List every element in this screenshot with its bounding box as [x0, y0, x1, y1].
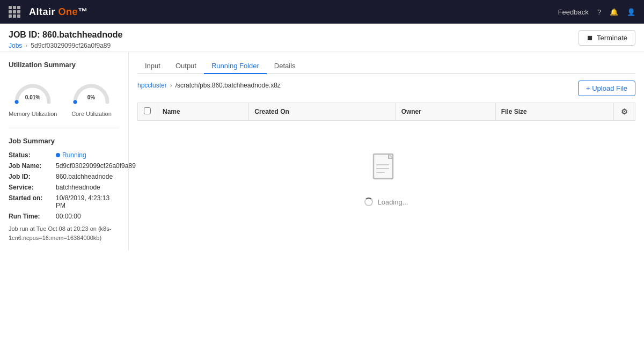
user-icon[interactable]: 👤	[627, 8, 635, 16]
gauges: 0.01% Memory Utilization 0% Core Utiliza…	[9, 75, 120, 117]
status-indicator	[56, 153, 60, 157]
terminate-icon: ⏹	[587, 34, 594, 42]
right-panel: Input Output Running Folder Details hpcc…	[129, 52, 644, 251]
status-key: Status:	[9, 151, 52, 159]
main-layout: Utilization Summary 0.01% Memory Utiliza…	[0, 52, 644, 251]
page: JOB ID: 860.batchheadnode Jobs › 5d9cf03…	[0, 24, 644, 350]
core-gauge: 0%	[70, 75, 113, 107]
job-id-row: Job ID: 860.batchheadnode	[9, 173, 120, 180]
page-header: JOB ID: 860.batchheadnode Jobs › 5d9cf03…	[0, 24, 644, 52]
memory-gauge: 0.01%	[11, 75, 54, 107]
divider	[9, 128, 120, 128]
owner-column-header: Owner	[396, 103, 495, 121]
terminate-label: Terminate	[597, 34, 627, 42]
file-table: Name Created On Owner File Size ⚙	[137, 103, 635, 121]
job-name-row: Job Name: 5d9cf03029099cf26a0f9a89	[9, 162, 120, 170]
left-panel: Utilization Summary 0.01% Memory Utiliza…	[0, 52, 129, 251]
service-row: Service: batchheadnode	[9, 184, 120, 191]
table-settings-icon[interactable]: ⚙	[621, 107, 628, 116]
job-summary-title: Job Summary	[9, 137, 120, 145]
svg-text:0%: 0%	[87, 94, 96, 100]
svg-text:0.01%: 0.01%	[25, 94, 40, 100]
tab-output[interactable]: Output	[168, 59, 204, 74]
status-text: Running	[62, 151, 86, 159]
nav-right: Feedback ? 🔔 👤	[558, 8, 635, 16]
core-gauge-wrap: 0% Core Utilization	[70, 75, 113, 117]
job-name-key: Job Name:	[9, 162, 52, 170]
terminate-button[interactable]: ⏹ Terminate	[579, 30, 635, 46]
breadcrumb-separator: ›	[25, 42, 27, 49]
created-on-column-header: Created On	[249, 103, 396, 121]
runtime-row: Run Time: 00:00:00	[9, 213, 120, 220]
job-id-title: JOB ID: 860.batchheadnode	[9, 30, 123, 40]
memory-utilization-label: Memory Utilization	[9, 111, 57, 117]
name-column-header: Name	[157, 103, 249, 121]
core-utilization-label: Core Utilization	[71, 111, 112, 117]
upload-label: + Upload File	[586, 84, 627, 92]
breadcrumb-current: 5d9cf03029099cf26a0f9a89	[31, 42, 111, 49]
bell-icon[interactable]: 🔔	[610, 8, 618, 16]
breadcrumb-jobs-link[interactable]: Jobs	[9, 42, 22, 49]
loading-label: Loading...	[377, 198, 408, 206]
utilization-summary-title: Utilization Summary	[9, 61, 120, 69]
status-value: Running	[56, 151, 86, 159]
settings-column-header[interactable]: ⚙	[614, 103, 635, 121]
status-row: Status: Running	[9, 151, 120, 159]
cluster-link[interactable]: hpccluster	[137, 82, 167, 89]
loading-area: Loading...	[137, 121, 635, 238]
brand-logo: Altair One™	[29, 6, 88, 18]
header-left: JOB ID: 860.batchheadnode Jobs › 5d9cf03…	[9, 30, 123, 49]
job-name-value: 5d9cf03029099cf26a0f9a89	[56, 162, 136, 170]
service-key: Service:	[9, 184, 52, 191]
runtime-value: 00:00:00	[56, 213, 81, 220]
job-id-key: Job ID:	[9, 173, 52, 180]
breadcrumb: Jobs › 5d9cf03029099cf26a0f9a89	[9, 42, 123, 49]
path-separator: ›	[170, 82, 172, 89]
started-key: Started on:	[9, 194, 52, 209]
top-nav: Altair One™ Feedback ? 🔔 👤	[0, 0, 644, 24]
upload-file-button[interactable]: + Upload File	[578, 81, 635, 96]
select-all-header[interactable]	[138, 103, 157, 121]
started-value: 10/8/2019, 4:23:13 PM	[56, 194, 120, 209]
path-row: hpccluster › /scratch/pbs.860.batchheadn…	[137, 81, 635, 96]
table-header: Name Created On Owner File Size ⚙	[138, 103, 635, 121]
memory-gauge-wrap: 0.01% Memory Utilization	[9, 75, 57, 117]
job-id-value: 860.batchheadnode	[56, 173, 113, 180]
path-value: /scratch/pbs.860.batchheadnode.x8z	[175, 82, 281, 89]
tab-details[interactable]: Details	[267, 59, 303, 74]
loading-text: Loading...	[364, 198, 408, 206]
feedback-link[interactable]: Feedback	[558, 8, 589, 16]
tabs: Input Output Running Folder Details	[137, 59, 635, 74]
started-row: Started on: 10/8/2019, 4:23:13 PM	[9, 194, 120, 209]
loading-spinner	[364, 198, 373, 206]
grid-menu-icon[interactable]	[9, 6, 20, 18]
tab-input[interactable]: Input	[137, 59, 168, 74]
runtime-key: Run Time:	[9, 213, 52, 220]
path-bar: hpccluster › /scratch/pbs.860.batchheadn…	[137, 82, 281, 89]
select-all-checkbox[interactable]	[144, 107, 151, 114]
service-value: batchheadnode	[56, 184, 100, 191]
file-size-column-header: File Size	[495, 103, 613, 121]
document-icon	[372, 153, 400, 191]
help-icon[interactable]: ?	[597, 8, 601, 16]
job-note: Job run at Tue Oct 08 at 20:23 on (k8s-1…	[9, 224, 120, 242]
tab-running-folder[interactable]: Running Folder	[204, 59, 267, 74]
nav-left: Altair One™	[9, 6, 88, 18]
